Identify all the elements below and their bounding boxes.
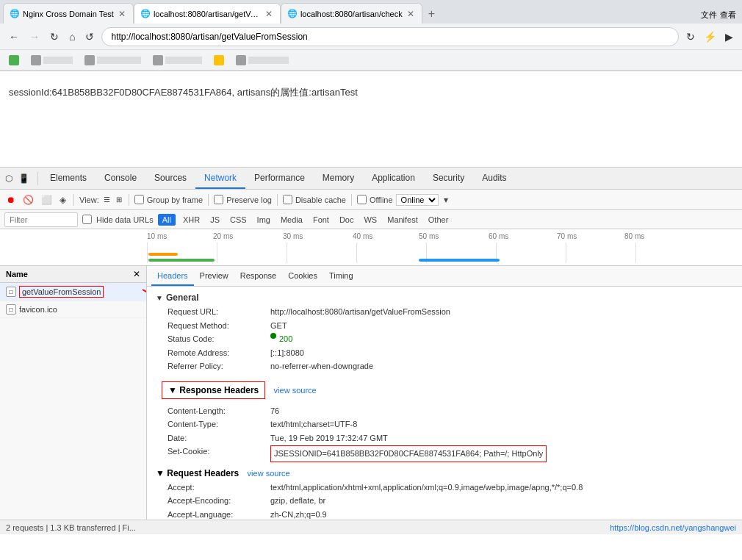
toolbar-sep-1 — [73, 194, 74, 206]
lang-file[interactable]: 文件 — [701, 10, 717, 21]
tab-3-close[interactable]: ✕ — [406, 9, 416, 19]
tab-security[interactable]: Security — [424, 168, 473, 189]
video-button[interactable]: ⬜ — [39, 194, 54, 206]
tab-3-title: localhost:8080/artisan/check — [300, 10, 403, 18]
tab-sources[interactable]: Sources — [145, 168, 195, 189]
timeline-bar-3 — [148, 253, 178, 256]
tab-2[interactable]: 🌐 localhost:8080/artisan/getVa... ✕ — [134, 3, 281, 24]
bm-icon-1 — [9, 55, 19, 65]
headers-tab-preview[interactable]: Preview — [194, 266, 234, 286]
general-section-title[interactable]: General — [156, 292, 733, 303]
filter-all-button[interactable]: All — [158, 214, 176, 226]
tab-performance[interactable]: Performance — [245, 168, 314, 189]
filter-xhr[interactable]: XHR — [180, 215, 203, 225]
address-bar: ← → ↻ ⌂ ↺ ↻ ⚡ ▶ — [0, 24, 742, 50]
clear-button[interactable]: 🚫 — [21, 194, 36, 206]
tab-network[interactable]: Network — [195, 168, 245, 189]
headers-tab-cookies[interactable]: Cookies — [282, 266, 323, 286]
file-icon-2: □ — [6, 304, 16, 315]
filter-other[interactable]: Other — [425, 215, 452, 225]
filter-media[interactable]: Media — [278, 215, 306, 225]
bm-label-3 — [97, 57, 141, 64]
general-row-remote: Remote Address: [::1]:8080 — [168, 347, 733, 359]
tab-2-close[interactable]: ✕ — [264, 9, 274, 19]
status-dot — [270, 333, 276, 339]
request-headers-title[interactable]: ▼ Request Headers — [156, 468, 239, 478]
filter-doc[interactable]: Doc — [336, 215, 357, 225]
list-view-button[interactable]: ☰ — [102, 195, 112, 204]
file-icon-1: □ — [6, 287, 16, 297]
general-row-url: Request URL: http://localhost:8080/artis… — [168, 306, 733, 318]
tab-2-icon: 🌐 — [140, 9, 151, 19]
file-item-1[interactable]: □ getValueFromSession — [0, 283, 146, 301]
reload-button[interactable]: ↻ — [47, 29, 62, 44]
filter-ws[interactable]: WS — [361, 215, 380, 225]
bm-icon-6 — [236, 55, 246, 65]
response-headers-title[interactable]: ▼ Response Headers — [168, 385, 259, 395]
new-tab-button[interactable]: + — [422, 4, 441, 24]
headers-tab-response[interactable]: Response — [234, 266, 283, 286]
browser-chrome: 🌐 Nginx Cross Domain Test ✕ 🌐 localhost:… — [0, 0, 742, 71]
headers-tab-timing[interactable]: Timing — [323, 266, 359, 286]
toolbar-sep-4 — [277, 194, 278, 206]
tab-bar: 🌐 Nginx Cross Domain Test ✕ 🌐 localhost:… — [0, 0, 742, 24]
tab-1[interactable]: 🌐 Nginx Cross Domain Test ✕ — [3, 3, 134, 24]
bookmark-6[interactable] — [233, 54, 292, 67]
filter-font[interactable]: Font — [310, 215, 332, 225]
response-row-type: Content-Type: text/html;charset=UTF-8 — [168, 418, 733, 431]
record-button[interactable]: ⏺ — [4, 194, 18, 206]
request-headers-view-source[interactable]: view source — [248, 469, 290, 478]
tab-3[interactable]: 🌐 localhost:8080/artisan/check ✕ — [281, 3, 422, 24]
view-label: View: — [79, 195, 99, 204]
lightning-icon[interactable]: ⚡ — [701, 29, 719, 44]
address-input[interactable] — [101, 27, 679, 46]
filter-img[interactable]: Img — [254, 215, 273, 225]
filter-button[interactable]: ◈ — [57, 194, 68, 206]
back-button[interactable]: ← — [6, 29, 22, 44]
general-row-method: Request Method: GET — [168, 320, 733, 332]
tick-8 — [635, 243, 636, 263]
tab-application[interactable]: Application — [363, 168, 424, 189]
tab-audits[interactable]: Audits — [473, 168, 515, 189]
file-list: Name ✕ □ getValueFromSession □ favicon.i… — [0, 266, 147, 520]
throttle-arrow[interactable]: ▾ — [442, 194, 450, 206]
file-list-close-btn[interactable]: ✕ — [133, 269, 140, 279]
bookmark-5[interactable] — [211, 54, 227, 67]
bookmark-2[interactable] — [28, 54, 76, 67]
filter-input[interactable] — [4, 212, 78, 227]
tab-1-close[interactable]: ✕ — [117, 9, 127, 19]
response-headers-view-source[interactable]: view source — [274, 386, 317, 395]
preserve-log-checkbox[interactable] — [214, 195, 223, 204]
status-left: 2 requests | 1.3 KB transferred | Fi... — [6, 523, 136, 532]
timeline-bar: 10 ms 20 ms 30 ms 40 ms 50 ms 60 ms 70 m… — [0, 229, 742, 266]
inspect-icon-btn[interactable]: ⬡ — [3, 172, 15, 185]
timeline-label-10ms: 10 ms — [147, 232, 167, 240]
tab-1-icon: 🌐 — [10, 9, 20, 19]
headers-tab-headers[interactable]: Headers — [151, 266, 194, 286]
grid-view-button[interactable]: ⊞ — [115, 195, 123, 204]
filter-manifest[interactable]: Manifest — [384, 215, 421, 225]
filter-css[interactable]: CSS — [227, 215, 250, 225]
filter-js[interactable]: JS — [207, 215, 223, 225]
bookmark-3[interactable] — [82, 54, 144, 67]
online-select[interactable]: Online — [396, 194, 439, 206]
tab-elements[interactable]: Elements — [41, 168, 96, 189]
tab-memory[interactable]: Memory — [314, 168, 363, 189]
bookmark-1[interactable] — [6, 54, 22, 67]
home-button[interactable]: ⌂ — [66, 29, 78, 44]
tab-console[interactable]: Console — [96, 168, 145, 189]
lang-view[interactable]: 查看 — [720, 10, 736, 21]
refresh-icon[interactable]: ↻ — [683, 29, 698, 44]
group-by-frame-checkbox[interactable] — [134, 195, 144, 204]
page-content: sessionId:641B858BB32F0D80CFAE8874531FA8… — [0, 71, 742, 167]
devtools-panel: ⬡ 📱 Elements Console Sources Network Per… — [0, 167, 742, 534]
forward-button[interactable]: → — [26, 29, 43, 44]
offline-checkbox[interactable] — [357, 195, 367, 204]
bookmark-4[interactable] — [150, 54, 205, 67]
file-item-2[interactable]: □ favicon.ico — [0, 301, 146, 318]
back2-button[interactable]: ↺ — [82, 29, 97, 44]
disable-cache-checkbox[interactable] — [283, 195, 292, 204]
cast-icon[interactable]: ▶ — [722, 29, 736, 44]
hide-data-urls-checkbox[interactable] — [82, 215, 92, 224]
device-icon-btn[interactable]: 📱 — [16, 172, 32, 185]
